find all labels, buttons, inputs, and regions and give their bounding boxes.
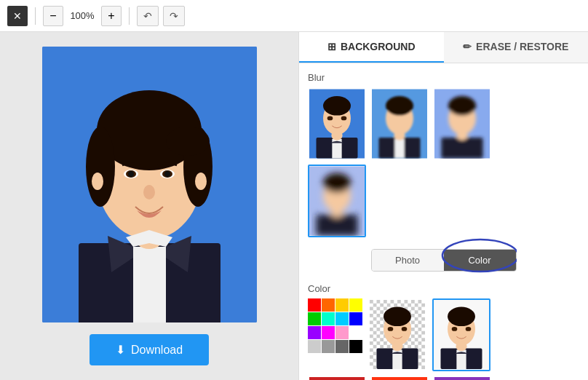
color-thumb-orange-red[interactable] (370, 376, 429, 380)
color-cell-8[interactable] (308, 326, 321, 339)
close-button[interactable]: ✕ (7, 6, 28, 26)
toolbar: ✕ − 100% + ↶ ↷ (0, 0, 588, 32)
svg-point-48 (384, 307, 411, 327)
svg-point-31 (394, 131, 405, 140)
svg-point-41 (331, 208, 342, 218)
color-thumbnails-row2 (308, 376, 579, 380)
svg-point-34 (448, 96, 476, 116)
color-cell-10[interactable] (335, 326, 349, 339)
svg-rect-78 (434, 377, 490, 380)
blur-thumb-4[interactable] (308, 165, 366, 237)
svg-rect-35 (442, 138, 483, 159)
sub-tab-photo[interactable]: Photo (372, 250, 444, 271)
svg-point-28 (386, 96, 413, 116)
blur-section-label: Blur (308, 72, 579, 83)
color-cell-1[interactable] (322, 298, 335, 312)
svg-point-8 (166, 127, 210, 156)
undo-button[interactable]: ↶ (137, 6, 159, 26)
color-cell-6[interactable] (335, 312, 349, 325)
svg-rect-40 (317, 215, 358, 236)
color-thumb-white[interactable] (432, 298, 490, 371)
svg-point-15 (143, 185, 155, 199)
download-label: Download (131, 344, 183, 357)
zoom-in-button[interactable]: + (101, 6, 122, 26)
color-cell-3[interactable] (349, 298, 362, 312)
redo-icon: ↷ (170, 10, 178, 22)
minus-icon: − (49, 9, 56, 23)
svg-point-59 (456, 341, 466, 351)
tabs-header: ⊞ BACKGROUND ✏ ERASE / RESTORE (299, 32, 588, 63)
undo-icon: ↶ (143, 10, 152, 22)
zoom-value: 100% (68, 10, 97, 21)
svg-rect-62 (309, 377, 365, 380)
svg-rect-70 (372, 377, 427, 380)
svg-point-23 (331, 131, 342, 140)
svg-point-13 (128, 171, 134, 177)
separator-1 (35, 7, 36, 25)
color-section-label: Color (308, 283, 579, 294)
svg-point-24 (327, 116, 333, 121)
blur-thumbnails-row2 (308, 165, 579, 237)
sub-tabs: Photo Color (371, 249, 517, 272)
color-cell-14[interactable] (335, 340, 349, 353)
svg-point-51 (392, 341, 402, 351)
photo-tab-label: Photo (395, 255, 420, 266)
main-content: ⬇ Download ⊞ BACKGROUND ✏ ERASE / RESTOR… (0, 32, 588, 380)
svg-point-36 (456, 131, 467, 140)
color-cell-13[interactable] (322, 340, 335, 353)
color-cell-7[interactable] (349, 312, 362, 325)
panel-content: Blur (299, 63, 588, 380)
photo-preview (42, 47, 257, 322)
left-panel: ⬇ Download (0, 32, 298, 380)
blur-thumbnails (308, 87, 579, 160)
svg-point-20 (323, 96, 351, 116)
color-thumb-purple[interactable] (433, 376, 491, 380)
svg-point-52 (388, 327, 394, 331)
svg-point-14 (164, 171, 170, 177)
color-cell-5[interactable] (322, 312, 335, 325)
color-palette (308, 298, 362, 353)
svg-point-60 (452, 327, 458, 331)
sub-tabs-row: Photo Color (308, 243, 579, 277)
blur-thumb-3[interactable] (433, 87, 491, 160)
color-cell-15[interactable] (349, 340, 362, 353)
svg-point-6 (86, 127, 115, 207)
sub-tab-color[interactable]: Color (444, 250, 516, 271)
svg-point-39 (323, 173, 351, 193)
svg-point-17 (195, 173, 207, 190)
download-button[interactable]: ⬇ Download (90, 334, 209, 365)
tab-erase-restore[interactable]: ✏ ERASE / RESTORE (444, 32, 589, 63)
svg-point-56 (448, 307, 475, 327)
tab-erase-restore-label: ERASE / RESTORE (476, 41, 568, 52)
tab-background-label: BACKGROUND (341, 41, 416, 52)
layers-icon: ⊞ (327, 41, 336, 52)
redo-button[interactable]: ↷ (163, 6, 185, 26)
blur-thumb-2[interactable] (370, 87, 429, 160)
color-tab-label: Color (468, 255, 490, 266)
svg-point-16 (92, 173, 103, 190)
color-cell-11[interactable] (349, 326, 362, 339)
svg-point-53 (402, 327, 408, 331)
zoom-out-button[interactable]: − (43, 6, 63, 26)
tab-background[interactable]: ⊞ BACKGROUND (299, 32, 444, 63)
color-thumb-red[interactable] (308, 376, 366, 380)
color-cell-2[interactable] (335, 298, 349, 312)
svg-point-61 (466, 327, 472, 331)
color-cell-0[interactable] (308, 298, 321, 312)
color-cell-4[interactable] (308, 312, 321, 325)
color-cell-12[interactable] (308, 340, 321, 353)
blur-thumb-1[interactable] (308, 87, 366, 160)
svg-point-25 (341, 116, 347, 121)
separator-2 (129, 7, 130, 25)
download-icon: ⬇ (116, 343, 125, 357)
plus-icon: + (108, 9, 114, 23)
svg-rect-30 (394, 139, 404, 159)
close-icon: ✕ (13, 10, 22, 22)
color-cell-9[interactable] (322, 326, 335, 339)
portrait-svg (42, 47, 257, 322)
svg-rect-2 (133, 247, 166, 322)
right-panel: ⊞ BACKGROUND ✏ ERASE / RESTORE Blur (298, 32, 588, 380)
color-thumb-transparent[interactable] (368, 298, 426, 371)
eraser-icon: ✏ (463, 41, 472, 52)
